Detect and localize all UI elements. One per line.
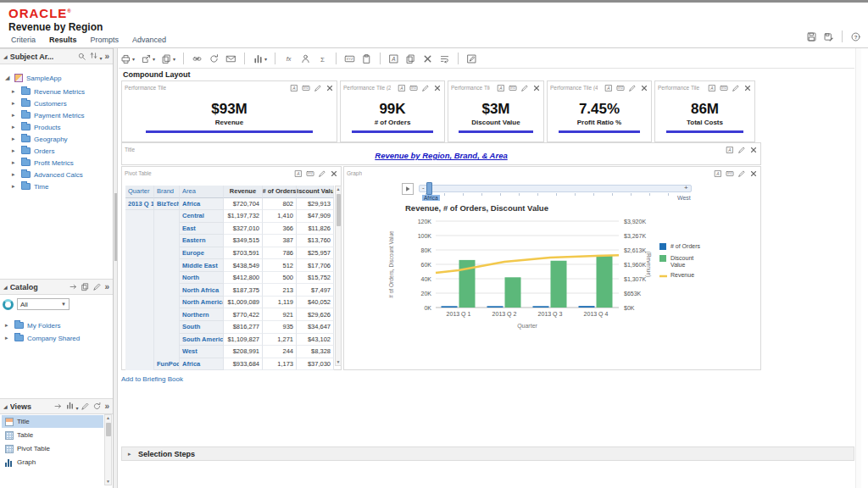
help-icon[interactable]: [850, 31, 861, 42]
toolbar-copy-button[interactable]: ▾: [161, 53, 175, 64]
edit-view-icon[interactable]: [732, 84, 740, 92]
bar-discount-value[interactable]: [597, 255, 613, 308]
slider-plus[interactable]: +: [684, 184, 688, 191]
save-icon[interactable]: [806, 31, 817, 42]
pivot-dim-cell[interactable]: BizTech: [154, 198, 180, 211]
catalog-filter-select[interactable]: All▼: [17, 298, 70, 310]
views-item-table[interactable]: Table: [2, 429, 103, 441]
view-properties-icon[interactable]: [302, 84, 310, 92]
view-properties-icon[interactable]: [509, 84, 517, 92]
view-properties-icon[interactable]: [720, 84, 728, 92]
bar--of-orders[interactable]: [487, 306, 504, 308]
format-container-icon[interactable]: [290, 84, 298, 92]
pivot-col-header[interactable]: # of Orders: [263, 186, 297, 198]
sort-icon[interactable]: [89, 51, 98, 60]
collapse-pane-icon[interactable]: »: [104, 283, 109, 291]
edit-view-icon[interactable]: [737, 169, 746, 178]
edit-view-icon[interactable]: [421, 84, 430, 92]
toolbar-export-button[interactable]: ▾: [141, 53, 155, 64]
toolbar-refresh-button[interactable]: [209, 53, 220, 64]
pivot-dim-cell[interactable]: Europe: [180, 247, 224, 260]
pivot-dim-cell[interactable]: Africa: [180, 198, 224, 211]
subject-areas-header[interactable]: ◢Subject Ar...▾»: [0, 48, 113, 64]
toolbar-apply-formatting-button[interactable]: [388, 53, 399, 64]
expand-icon[interactable]: ▸: [12, 183, 18, 190]
edit-icon[interactable]: [92, 282, 102, 291]
tree-item-payment-metrics[interactable]: ▸Payment Metrics: [12, 109, 85, 121]
view-properties-icon[interactable]: [409, 84, 418, 92]
pivot-col-header[interactable]: Discount Value: [297, 186, 334, 198]
remove-view-icon[interactable]: [330, 169, 338, 178]
sidebar-splitter[interactable]: [114, 48, 118, 488]
catalog-item-company-shared[interactable]: ▸Company Shared: [5, 332, 80, 344]
expand-icon[interactable]: ▸: [12, 159, 18, 166]
bar--of-orders[interactable]: [533, 306, 549, 308]
toolbar-import-formatting-button[interactable]: [361, 53, 372, 64]
catalog-item-my-folders[interactable]: ▸My Folders: [5, 319, 61, 331]
pivot-dim-cell[interactable]: North Africa: [180, 284, 224, 297]
expand-icon[interactable]: ▸: [12, 147, 18, 154]
bar-discount-value[interactable]: [505, 277, 521, 308]
new-view-icon[interactable]: [65, 401, 75, 410]
pivot-dim-cell[interactable]: West: [180, 346, 224, 358]
expand-icon[interactable]: ▸: [12, 136, 18, 142]
view-properties-icon[interactable]: [306, 169, 314, 178]
view-properties-icon[interactable]: [616, 84, 625, 92]
toolbar-view-properties-button[interactable]: [344, 53, 355, 64]
edit-view-icon[interactable]: [314, 84, 322, 92]
edit-icon[interactable]: [81, 402, 90, 411]
save-as-icon[interactable]: [823, 31, 834, 42]
bar--of-orders[interactable]: [442, 306, 458, 308]
expand-icon[interactable]: ▸: [12, 112, 18, 119]
views-item-title[interactable]: Title: [2, 415, 103, 428]
pivot-dim-cell[interactable]: Eastern: [180, 235, 224, 247]
toolbar-new-group-button[interactable]: [300, 53, 311, 64]
toolbar-new-calculated-item-button[interactable]: [317, 53, 328, 64]
tree-item-products[interactable]: ▸Products: [12, 121, 61, 133]
pivot-dim-cell[interactable]: North America: [180, 297, 224, 309]
pivot-scrollbar[interactable]: ▲ ▼: [335, 186, 342, 366]
title-view-link[interactable]: Revenue by Region, Brand, & Area: [122, 151, 760, 160]
pivot-col-header[interactable]: Brand: [154, 186, 180, 198]
edit-view-icon[interactable]: [520, 84, 529, 92]
section-slider-track[interactable]: [419, 185, 692, 192]
pivot-dim-cell[interactable]: South: [180, 321, 224, 334]
pivot-dim-cell[interactable]: Middle East: [180, 259, 224, 272]
tree-item-sampleapp[interactable]: ◢SampleApp: [5, 72, 61, 84]
toolbar-email-agent-button[interactable]: [225, 53, 236, 64]
views-item-graph[interactable]: Graph: [2, 456, 103, 469]
tree-item-advanced-calcs[interactable]: ▸Advanced Calcs: [12, 169, 83, 180]
format-container-icon[interactable]: [714, 169, 722, 178]
collapse-icon[interactable]: ◢: [3, 284, 8, 290]
slider-play-button[interactable]: [402, 183, 414, 195]
collapse-icon[interactable]: ◢: [3, 53, 8, 59]
expand-icon[interactable]: ▸: [12, 88, 18, 95]
collapse-pane-icon[interactable]: »: [104, 402, 109, 411]
format-container-icon[interactable]: [708, 84, 716, 92]
pivot-col-header[interactable]: Revenue: [224, 186, 263, 198]
toolbar-print-button[interactable]: ▾: [120, 53, 135, 64]
expand-icon[interactable]: ▸: [12, 124, 18, 130]
tree-item-time[interactable]: ▸Time: [12, 180, 48, 192]
collapse-icon[interactable]: ◢: [3, 403, 8, 409]
search-icon[interactable]: [77, 52, 86, 61]
add-to-briefing-book-link[interactable]: Add to Briefing Book: [121, 375, 183, 383]
open-icon[interactable]: [53, 402, 63, 411]
pivot-col-header[interactable]: Area: [180, 186, 224, 198]
toolbar-new-calculated-measure-button[interactable]: [283, 53, 294, 64]
pivot-dim-cell[interactable]: FunPod: [154, 358, 180, 371]
pivot-col-header[interactable]: Quarter: [125, 186, 154, 198]
selection-steps-bar[interactable]: ▸Selection Steps: [121, 446, 854, 461]
toolbar-new-view-button[interactable]: ▾: [253, 53, 267, 64]
remove-view-icon[interactable]: [743, 84, 752, 92]
main-scrollbar[interactable]: [855, 48, 861, 488]
collapse-pane-icon[interactable]: »: [104, 53, 109, 61]
remove-view-icon[interactable]: [532, 84, 541, 92]
format-container-icon[interactable]: [497, 84, 505, 92]
pivot-dim-cell[interactable]: East: [180, 223, 224, 236]
views-item-pivot-table[interactable]: Pivot Table: [2, 442, 103, 455]
expand-icon[interactable]: ▸: [5, 322, 11, 329]
toolbar-permalink-button[interactable]: [192, 53, 203, 64]
duplicate-icon[interactable]: [92, 402, 102, 411]
pivot-dim-cell[interactable]: Central: [180, 210, 224, 223]
